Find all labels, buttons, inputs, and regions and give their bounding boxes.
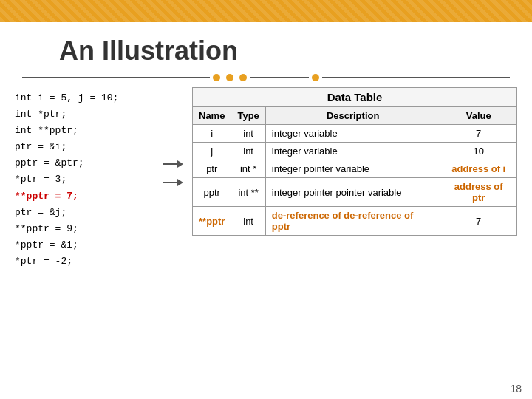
cell-value-j: 10 — [440, 143, 517, 160]
divider-line-left — [22, 77, 210, 78]
cell-desc-ptr: integer pointer variable — [265, 160, 440, 178]
table-row: ptr int * integer pointer variable addre… — [193, 160, 517, 178]
dot-1 — [213, 74, 220, 81]
col-header-value: Value — [440, 107, 517, 125]
code-line-7: **pptr = 7; — [15, 188, 163, 205]
divider — [0, 74, 532, 81]
arrow-pptr — [163, 179, 183, 186]
table-header-row: Name Type Description Value — [193, 107, 517, 125]
arrow-ptr — [163, 160, 183, 168]
cell-name-pptr: pptr — [193, 178, 231, 207]
col-header-type: Type — [231, 107, 265, 125]
divider-line-right — [322, 77, 510, 78]
code-line-10: *pptr = &i; — [15, 237, 163, 253]
table-row: j int integer variable 10 — [193, 143, 517, 160]
code-line-8: ptr = &j; — [15, 205, 163, 221]
table-title: Data Table — [192, 87, 517, 106]
table-row: pptr int ** integer pointer pointer vari… — [193, 178, 517, 207]
code-line-11: *ptr = -2; — [15, 253, 163, 270]
code-section: int i = 5, j = 10; int *ptr; int **pptr;… — [15, 87, 163, 270]
dot-3 — [239, 74, 247, 81]
page-title: An Illustration — [0, 22, 532, 74]
cell-name-ptr: ptr — [193, 160, 231, 178]
top-banner — [0, 0, 532, 22]
code-line-4: ptr = &i; — [15, 139, 163, 155]
cell-value-ppptr: 7 — [440, 207, 517, 236]
table-row: i int integer variable 7 — [193, 125, 517, 143]
cell-value-pptr: address of ptr — [440, 178, 517, 207]
table-section: Data Table Name Type Description Value i… — [192, 87, 517, 270]
arrow-area — [163, 87, 192, 270]
cell-name-ppptr: **pptr — [193, 207, 231, 236]
code-line-5: pptr = &ptr; — [15, 155, 163, 171]
dot-2 — [226, 74, 233, 81]
cell-type-i: int — [231, 125, 265, 143]
col-header-desc: Description — [265, 107, 440, 125]
code-line-1: int i = 5, j = 10; — [15, 90, 163, 106]
col-header-name: Name — [193, 107, 231, 125]
cell-desc-pptr: integer pointer pointer variable — [265, 178, 440, 207]
cell-type-ppptr: int — [231, 207, 265, 236]
data-table: Name Type Description Value i int intege… — [192, 106, 517, 236]
cell-desc-i: integer variable — [265, 125, 440, 143]
banner-pattern — [0, 0, 532, 22]
slide-number: 18 — [510, 383, 522, 395]
cell-desc-j: integer variable — [265, 143, 440, 160]
cell-type-pptr: int ** — [231, 178, 265, 207]
cell-type-ptr: int * — [231, 160, 265, 178]
code-line-2: int *ptr; — [15, 106, 163, 123]
code-line-9: **pptr = 9; — [15, 221, 163, 237]
cell-name-i: i — [193, 125, 231, 143]
dot-4 — [312, 74, 319, 81]
cell-desc-ppptr: de-reference of de-reference of pptr — [265, 207, 440, 236]
cell-value-i: 7 — [440, 125, 517, 143]
code-line-6: *ptr = 3; — [15, 171, 163, 188]
cell-type-j: int — [231, 143, 265, 160]
main-content: int i = 5, j = 10; int *ptr; int **pptr;… — [0, 87, 532, 270]
cell-value-ptr: address of i — [440, 160, 517, 178]
cell-name-j: j — [193, 143, 231, 160]
divider-line-mid — [250, 77, 309, 78]
code-line-3: int **pptr; — [15, 123, 163, 139]
table-row: **pptr int de-reference of de-reference … — [193, 207, 517, 236]
